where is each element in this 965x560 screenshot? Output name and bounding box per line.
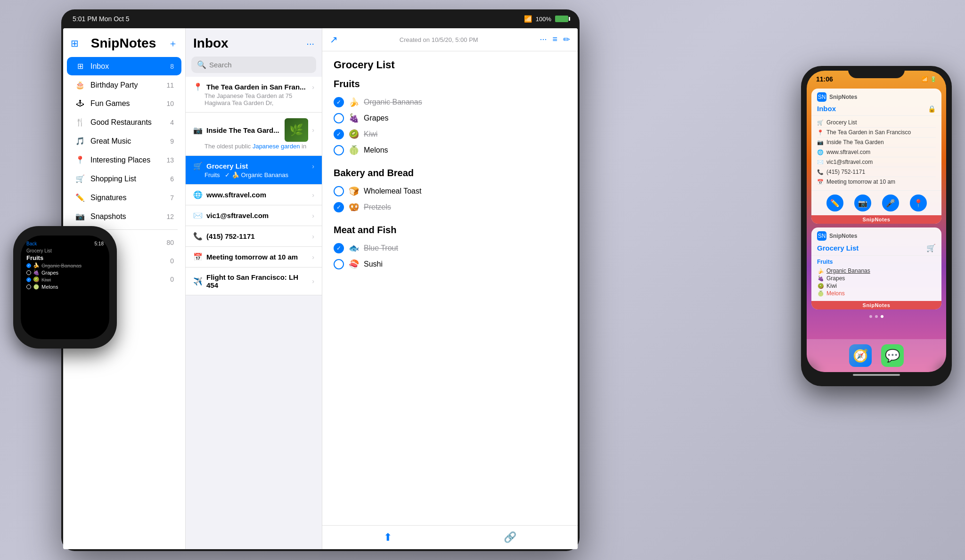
note-item-website[interactable]: 🌐 www.sftravel.com › [186,185,322,205]
note-content: Grocery List Fruits 🍌 Organic Bananas 🍇 [322,51,578,525]
checkbox-sushi[interactable] [334,259,344,269]
inbox-row-meeting[interactable]: 📅 Meeting tomorrow at 10 am [817,177,936,187]
chevron-right-icon: › [312,83,314,91]
notif-camera-button[interactable]: 📷 [854,195,871,211]
watch-grapes-emoji: 🍇 [33,269,40,276]
grocery-icon: 🛒 [817,120,824,126]
watch-checkbox-melons[interactable] [26,284,31,289]
watch-checkbox-bananas[interactable] [26,263,31,268]
watch-back-button[interactable]: Back [26,241,37,246]
sidebar-item-music[interactable]: 🎵 Great Music 9 [67,132,181,150]
check-item-melons[interactable]: 🍈 Melons [334,142,566,158]
inbox-items: 🛒 Grocery List 📍 The Tea Garden in San F… [811,116,941,190]
sidebar-item-fun-games[interactable]: 🕹 Fun Games 10 [67,95,181,113]
checkbox-grapes[interactable] [334,113,344,123]
sidebar-item-restaurants[interactable]: 🍴 Good Restaurants 4 [67,113,181,131]
sidebar-toggle-icon[interactable]: ⊞ [71,38,79,49]
notif-mic-button[interactable]: 🎤 [882,195,899,211]
check-item-sushi[interactable]: 🍣 Sushi [334,256,566,272]
sidebar-item-inbox[interactable]: ⊞ Inbox 8 [67,57,181,75]
note-created-date: Created on 10/5/20, 5:00 PM [338,36,540,43]
shopping-icon: 🛒 [74,174,86,183]
inbox-notification[interactable]: SN SnipNotes Inbox 🔒 🛒 Grocery List � [811,89,941,224]
more-options-icon[interactable]: ··· [540,34,547,45]
notif-edit-button[interactable]: ✏️ [826,195,843,211]
note-item-meeting[interactable]: 📅 Meeting tomorrow at 10 am › [186,247,322,268]
watch-item-bananas[interactable]: 🍌 Organic Bananas [26,262,104,268]
note-detail: ↗ Created on 10/5/20, 5:00 PM ··· ≡ ✏ Gr… [322,28,578,549]
expand-icon[interactable]: ↗ [330,34,338,45]
watch-checkbox-grapes[interactable] [26,270,31,275]
chevron-right-icon: › [312,126,314,134]
iphone-dock: 🧭 💬 [807,339,946,372]
sidebar-item-shopping[interactable]: 🛒 Shopping List 6 [67,170,181,188]
edit-icon[interactable]: ✏ [563,34,570,45]
note-detail-actions: ··· ≡ ✏ [540,34,570,45]
share-button[interactable]: ⬆ [384,531,392,544]
note-detail-header: ↗ Created on 10/5/20, 5:00 PM ··· ≡ ✏ [322,28,578,51]
check-item-bananas[interactable]: 🍌 Organic Bananas [334,94,566,110]
watch-checkbox-kiwi[interactable] [26,277,31,282]
battery-icon [555,16,568,22]
add-note-icon[interactable]: ＋ [168,37,178,50]
sidebar-item-label: Snapshots [90,212,166,221]
note-item-grocery-list[interactable]: 🛒 Grocery List › Fruits ✓ 🍌 Organic Bana… [186,156,322,185]
note-footer: ⬆ 🔗 [322,525,578,549]
email-icon: ✉️ [817,159,824,165]
item-label-pretzels: Pretzels [364,203,391,211]
sidebar-item-places[interactable]: 📍 Interesting Places 13 [67,151,181,169]
check-item-pretzels[interactable]: 🥨 Pretzels [334,199,566,215]
note-item-preview: Fruits ✓ 🍌 Organic Bananas [193,171,314,179]
messages-icon[interactable]: 💬 [881,344,904,367]
inbox-row-tea-garden[interactable]: 📍 The Tea Garden in San Francisco [817,128,936,138]
sidebar-item-birthday[interactable]: 🎂 Birthday Party 11 [67,76,181,94]
search-input[interactable] [209,61,311,69]
watch-kiwi-emoji: 🥝 [33,276,40,283]
snapshots-icon: 📷 [74,212,86,221]
note-item-email[interactable]: ✉️ vic1@sftravel.com › [186,205,322,226]
inbox-row-phone[interactable]: 📞 (415) 752-1171 [817,167,936,177]
check-item-trout[interactable]: 🐟 Blue Trout [334,240,566,256]
iphone-wifi-icon: 📶 [922,76,928,82]
note-item-flight[interactable]: ✈️ Flight to San Francisco: LH 454 › [186,268,322,295]
note-item-inside-tea-garden[interactable]: 📷 Inside The Tea Gard... 🌿 › The oldest … [186,113,322,156]
watch-item-kiwi[interactable]: 🥝 Kiwi [26,276,104,283]
iphone-status-icons: 📶 🔋 [922,76,937,82]
kiwi-icon: 🥝 [817,283,825,289]
search-bar[interactable]: 🔍 [191,57,316,73]
watch-item-grapes[interactable]: 🍇 Grapes [26,269,104,276]
sidebar-item-signatures[interactable]: ✏️ Signatures 7 [67,188,181,207]
checkbox-trout[interactable] [334,243,344,253]
watch-item-label-bananas: Organic Bananas [41,263,82,268]
inbox-row-website[interactable]: 🌐 www.sftravel.com [817,147,936,157]
inbox-row-grocery[interactable]: 🛒 Grocery List [817,118,936,128]
note-item-phone[interactable]: 📞 (415) 752-1171 › [186,226,322,247]
watch-banana-emoji: 🍌 [33,262,40,268]
sidebar-item-label: Great Music [90,137,170,146]
checkbox-pretzels[interactable] [334,202,344,212]
inbox-row-email[interactable]: ✉️ vic1@sftravel.com [817,157,936,167]
checkbox-bananas[interactable] [334,97,344,107]
check-item-grapes[interactable]: 🍇 Grapes [334,110,566,126]
page-dot-3 [881,315,883,318]
check-item-toast[interactable]: 🍞 Wholemeal Toast [334,183,566,199]
sidebar-item-count: 13 [166,156,174,164]
sidebar-item-snapshots[interactable]: 📷 Snapshots 12 [67,207,181,226]
page-dot-1 [869,315,872,318]
format-icon[interactable]: ≡ [552,34,557,45]
note-icon-calendar: 📅 [193,252,203,261]
checkbox-toast[interactable] [334,186,344,196]
inbox-row-label: Inside The Tea Garden [826,139,884,146]
checkbox-kiwi[interactable] [334,129,344,139]
notif-location-button[interactable]: 📍 [910,195,927,211]
safari-icon[interactable]: 🧭 [849,344,872,367]
checkbox-melons[interactable] [334,145,344,155]
inbox-row-inside-tea[interactable]: 📷 Inside The Tea Garden [817,138,936,147]
grocery-notification[interactable]: SN SnipNotes Grocery List 🛒 Fruits 🍌 Org… [811,227,941,309]
note-item-tea-garden[interactable]: 📍 The Tea Garden in San Fran... › The Ja… [186,77,322,113]
sidebar-item-label: Signatures [90,194,170,202]
link-button[interactable]: 🔗 [504,531,516,544]
check-item-kiwi[interactable]: 🥝 Kiwi [334,126,566,142]
watch-item-melons[interactable]: 🍈 Melons [26,284,104,290]
note-list-menu-icon[interactable]: ··· [306,38,314,49]
